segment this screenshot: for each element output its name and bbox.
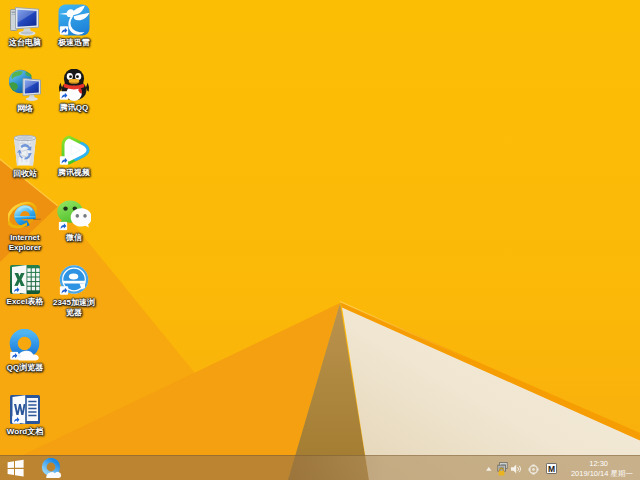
svg-text:M: M (548, 464, 555, 474)
